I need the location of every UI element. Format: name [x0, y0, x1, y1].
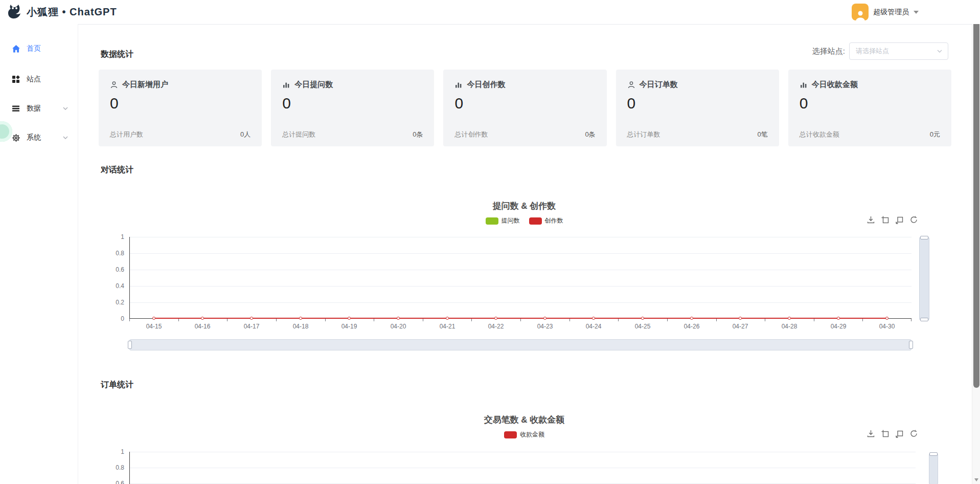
conversation-section-title: 对话统计 [101, 165, 133, 175]
sidebar-item-label: 首页 [27, 44, 41, 53]
data-point [494, 317, 497, 320]
gear-icon [11, 134, 20, 142]
x-tick-label: 04-22 [488, 323, 504, 330]
data-point [690, 317, 693, 320]
chart-legend: 收款金额 [99, 430, 950, 439]
y-tick-label: 0.6 [99, 480, 124, 484]
chart-toolbar [867, 215, 918, 224]
x-tick-label: 04-25 [635, 323, 651, 330]
card-total-label: 总计收款金额 [800, 130, 839, 139]
site-select-placeholder: 请选择站点 [856, 47, 937, 56]
sidebar-item-label: 数据 [27, 104, 41, 113]
data-zoom-icon[interactable] [881, 215, 890, 224]
plot-area[interactable]: 04-15 04-16 04-17 04-18 04-19 04-20 04-2… [129, 237, 911, 319]
x-tick-label: 04-19 [341, 323, 357, 330]
chart-legend: 提问数 创作数 [99, 216, 950, 225]
bar-chart-icon [282, 81, 290, 89]
scrollbar-thumb[interactable] [973, 8, 979, 388]
data-point [739, 317, 742, 320]
stat-card-orders: 今日订单数 0 总计订单数 0笔 [616, 70, 779, 146]
chevron-down-icon [62, 135, 69, 141]
card-total-label: 总计用户数 [110, 130, 143, 139]
x-zoom-slider[interactable] [129, 339, 911, 350]
site-select-label: 选择站点: [812, 47, 845, 56]
slider-handle-left[interactable] [128, 341, 132, 349]
list-icon [11, 104, 20, 113]
legend-item-questions[interactable]: 提问数 [486, 216, 520, 225]
fox-logo-icon [6, 4, 22, 20]
refresh-icon[interactable] [909, 429, 918, 438]
sidebar-item-data[interactable]: 数据 [0, 98, 78, 119]
plot-area[interactable] [129, 452, 916, 484]
site-select[interactable]: 请选择站点 [849, 42, 948, 60]
stat-card-revenue: 今日收款金额 0 总计收款金额 0元 [788, 70, 951, 146]
restore-zoom-icon[interactable] [895, 215, 904, 224]
sidebar-item-label: 站点 [27, 75, 41, 84]
x-tick-label: 04-26 [684, 323, 700, 330]
card-value: 0 [110, 95, 250, 112]
slider-handle-top[interactable] [920, 236, 928, 239]
data-point [446, 317, 449, 320]
x-tick-label: 04-16 [195, 323, 211, 330]
x-tick-label: 04-21 [440, 323, 455, 330]
y-tick-label: 0.2 [99, 299, 124, 306]
user-menu[interactable]: 超级管理员 [852, 4, 919, 20]
refresh-icon[interactable] [909, 215, 918, 224]
y-axis [129, 237, 130, 319]
app-header: 小狐狸 • ChatGPT 超级管理员 [0, 0, 980, 24]
card-value: 0 [282, 95, 423, 112]
x-tick-label: 04-20 [391, 323, 406, 330]
slider-handle-right[interactable] [909, 341, 913, 349]
restore-zoom-icon[interactable] [895, 429, 904, 438]
user-icon [110, 81, 118, 89]
y-tick-label: 0.4 [99, 282, 124, 290]
chevron-down-icon [937, 48, 943, 54]
grid-icon [11, 75, 20, 83]
sidebar-item-system[interactable]: 系统 [0, 127, 78, 148]
data-point [837, 317, 840, 320]
slider-handle-bottom[interactable] [920, 318, 928, 321]
data-zoom-icon[interactable] [881, 429, 890, 438]
caret-down-icon [914, 11, 919, 14]
card-total-value: 0条 [585, 130, 595, 139]
stat-cards-row: 今日新增用户 0 总计用户数 0人 今日提问数 0 总计提问数 0条 [99, 70, 951, 146]
card-total-value: 0元 [930, 130, 940, 139]
chart-toolbar [867, 429, 918, 438]
legend-item-creations[interactable]: 创作数 [529, 216, 563, 225]
conversation-chart: 提问数 & 创作数 提问数 创作数 [99, 200, 950, 354]
chevron-down-icon [62, 105, 69, 112]
scroll-down-arrow[interactable] [974, 478, 978, 481]
x-tick-label: 04-24 [586, 323, 602, 330]
sidebar-item-sites[interactable]: 站点 [0, 69, 78, 90]
y-tick-label: 0.8 [99, 464, 124, 471]
y-zoom-slider[interactable] [929, 453, 938, 484]
order-section-title: 订单统计 [101, 380, 133, 390]
slider-handle-top[interactable] [929, 452, 938, 456]
bar-chart-icon [800, 81, 808, 89]
page-scrollbar[interactable] [972, 0, 980, 484]
y-zoom-slider[interactable] [919, 237, 929, 320]
x-tick-label: 04-30 [879, 323, 895, 330]
stat-card-questions: 今日提问数 0 总计提问数 0条 [271, 70, 434, 146]
legend-label: 创作数 [545, 216, 563, 225]
chart-title: 提问数 & 创作数 [99, 200, 950, 212]
chart-title: 交易笔数 & 收款金额 [99, 414, 950, 426]
y-axis [129, 452, 130, 484]
x-tick-label: 04-27 [733, 323, 748, 330]
y-tick-label: 1 [99, 233, 124, 240]
sidebar-item-home[interactable]: 首页 [0, 38, 78, 59]
y-tick-label: 0.8 [99, 250, 124, 257]
data-point [788, 317, 791, 320]
save-image-icon[interactable] [867, 429, 875, 438]
legend-label: 收款金额 [520, 430, 544, 439]
card-total-label: 总计提问数 [282, 130, 315, 139]
legend-item-revenue[interactable]: 收款金额 [504, 430, 544, 439]
app-title: 小狐狸 • ChatGPT [27, 5, 117, 19]
legend-swatch [504, 431, 517, 438]
card-value: 0 [454, 95, 595, 112]
card-title: 今日订单数 [640, 80, 678, 90]
data-point [885, 317, 888, 320]
x-tick-label: 04-29 [831, 323, 847, 330]
card-total-value: 0人 [240, 130, 250, 139]
save-image-icon[interactable] [867, 215, 875, 224]
